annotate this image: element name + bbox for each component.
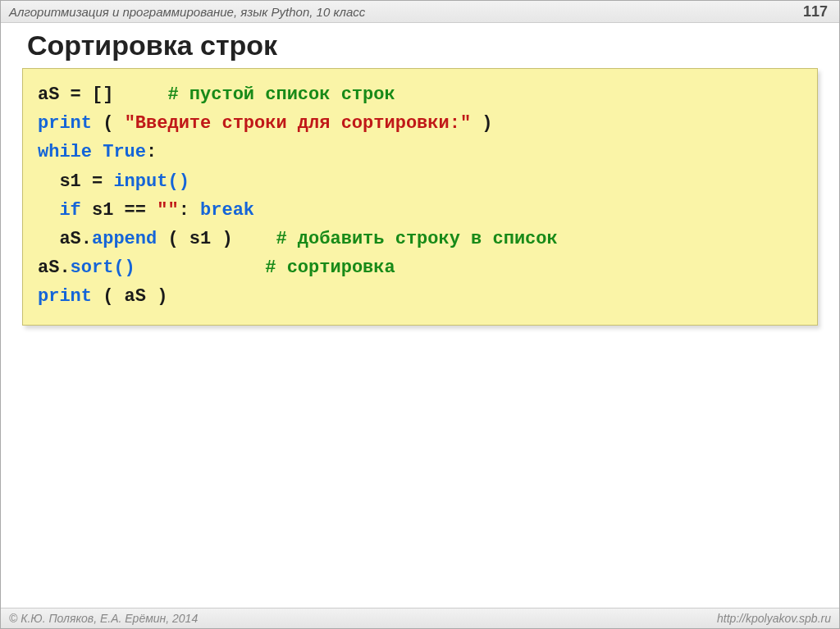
code-text <box>92 142 103 162</box>
code-keyword: print <box>38 113 92 134</box>
code-string: "Введите строки для сортировки:" <box>125 113 471 134</box>
code-keyword: print <box>38 286 92 307</box>
code-text <box>135 258 265 278</box>
code-block: aS = [] # пустой список строк print ( "В… <box>22 68 818 326</box>
code-keyword: input() <box>113 171 189 192</box>
code-text: ( s1 ) <box>157 229 276 249</box>
code-text: aS. <box>38 258 71 278</box>
code-text: ( aS ) <box>92 286 167 307</box>
code-comment: # пустой список строк <box>167 84 395 105</box>
code-text: ) <box>471 113 492 134</box>
slide: Алгоритмизация и программирование, язык … <box>0 0 840 629</box>
code-keyword: break <box>200 200 254 221</box>
header-bar: Алгоритмизация и программирование, язык … <box>1 1 839 23</box>
code-text: : <box>179 200 200 221</box>
page-title: Сортировка строк <box>27 30 818 62</box>
code-text: == <box>113 200 157 221</box>
code-text: = <box>81 171 114 192</box>
code-text: aS. <box>38 229 92 249</box>
code-keyword: if <box>38 200 81 221</box>
code-text: s1 <box>38 171 81 192</box>
code-text: ( <box>92 113 125 134</box>
code-keyword: while <box>38 142 92 162</box>
footer-url: http://kpolyakov.spb.ru <box>717 612 831 625</box>
footer-bar: © К.Ю. Поляков, Е.А. Ерёмин, 2014 http:/… <box>1 608 839 628</box>
code-text: aS <box>38 84 59 105</box>
footer-copyright: © К.Ю. Поляков, Е.А. Ерёмин, 2014 <box>9 612 198 625</box>
code-text: : <box>146 142 157 162</box>
code-text: = [] <box>59 84 167 105</box>
code-text: s1 <box>81 200 114 221</box>
code-keyword: sort() <box>71 258 135 278</box>
code-keyword: append <box>92 229 157 249</box>
header-title: Алгоритмизация и программирование, язык … <box>9 5 365 19</box>
page-number: 117 <box>803 3 831 21</box>
code-keyword: True <box>103 142 146 162</box>
slide-body: Сортировка строк aS = [] # пустой список… <box>1 23 839 326</box>
code-comment: # добавить строку в список <box>276 229 557 249</box>
code-string: "" <box>157 200 178 221</box>
code-comment: # сортировка <box>265 258 395 278</box>
